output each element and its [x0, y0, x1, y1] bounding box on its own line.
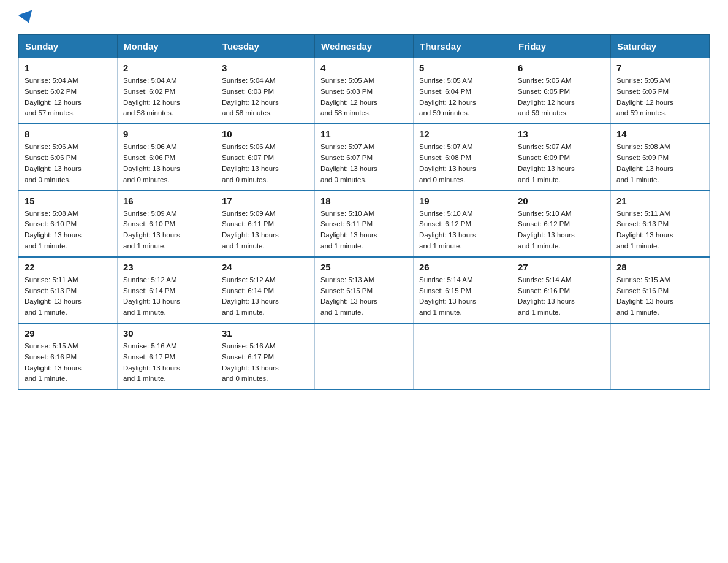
day-number: 24 [222, 262, 309, 272]
calendar-cell: 19Sunrise: 5:10 AMSunset: 6:12 PMDayligh… [414, 191, 512, 257]
day-info: Sunrise: 5:04 AMSunset: 6:03 PMDaylight:… [222, 75, 309, 119]
calendar-cell [414, 323, 512, 389]
day-number: 16 [123, 196, 210, 206]
calendar-cell: 12Sunrise: 5:07 AMSunset: 6:08 PMDayligh… [414, 124, 512, 190]
day-info: Sunrise: 5:10 AMSunset: 6:11 PMDaylight:… [320, 209, 408, 252]
day-info: Sunrise: 5:05 AMSunset: 6:05 PMDaylight:… [616, 75, 703, 119]
day-info: Sunrise: 5:07 AMSunset: 6:07 PMDaylight:… [320, 142, 408, 185]
day-info: Sunrise: 5:08 AMSunset: 6:09 PMDaylight:… [616, 142, 703, 185]
calendar-cell: 24Sunrise: 5:12 AMSunset: 6:14 PMDayligh… [216, 257, 315, 323]
day-info: Sunrise: 5:05 AMSunset: 6:04 PMDaylight:… [419, 75, 506, 119]
day-info: Sunrise: 5:10 AMSunset: 6:12 PMDaylight:… [419, 209, 506, 252]
day-info: Sunrise: 5:07 AMSunset: 6:09 PMDaylight:… [518, 142, 605, 185]
day-number: 31 [222, 328, 309, 339]
day-number: 9 [123, 129, 210, 139]
day-number: 29 [25, 328, 112, 339]
calendar-cell: 23Sunrise: 5:12 AMSunset: 6:14 PMDayligh… [118, 257, 216, 323]
day-number: 13 [518, 129, 605, 139]
calendar-cell [315, 323, 414, 389]
calendar-week-row: 1Sunrise: 5:04 AMSunset: 6:02 PMDaylight… [19, 58, 710, 124]
calendar-header-row: SundayMondayTuesdayWednesdayThursdayFrid… [19, 35, 710, 58]
logo-triangle-icon [18, 10, 36, 25]
day-info: Sunrise: 5:04 AMSunset: 6:02 PMDaylight:… [25, 75, 112, 119]
day-number: 12 [419, 129, 506, 139]
header-tuesday: Tuesday [216, 35, 315, 58]
calendar-cell: 3Sunrise: 5:04 AMSunset: 6:03 PMDaylight… [216, 58, 315, 124]
calendar-cell [512, 323, 611, 389]
calendar-cell: 21Sunrise: 5:11 AMSunset: 6:13 PMDayligh… [611, 191, 710, 257]
calendar-cell: 7Sunrise: 5:05 AMSunset: 6:05 PMDaylight… [611, 58, 710, 124]
day-info: Sunrise: 5:05 AMSunset: 6:05 PMDaylight:… [518, 75, 605, 119]
day-info: Sunrise: 5:13 AMSunset: 6:15 PMDaylight:… [320, 275, 408, 318]
day-number: 8 [25, 129, 112, 139]
calendar-cell: 10Sunrise: 5:06 AMSunset: 6:07 PMDayligh… [216, 124, 315, 190]
calendar-week-row: 29Sunrise: 5:15 AMSunset: 6:16 PMDayligh… [19, 323, 710, 389]
page-header [18, 12, 710, 23]
day-number: 20 [518, 196, 605, 206]
calendar-cell: 5Sunrise: 5:05 AMSunset: 6:04 PMDaylight… [414, 58, 512, 124]
day-number: 2 [123, 63, 210, 73]
day-number: 3 [222, 63, 309, 73]
calendar-cell: 1Sunrise: 5:04 AMSunset: 6:02 PMDaylight… [19, 58, 118, 124]
day-info: Sunrise: 5:16 AMSunset: 6:17 PMDaylight:… [123, 341, 210, 385]
day-number: 14 [616, 129, 703, 139]
calendar-cell: 22Sunrise: 5:11 AMSunset: 6:13 PMDayligh… [19, 257, 118, 323]
day-info: Sunrise: 5:14 AMSunset: 6:16 PMDaylight:… [518, 275, 605, 318]
calendar-cell: 2Sunrise: 5:04 AMSunset: 6:02 PMDaylight… [118, 58, 216, 124]
calendar-cell: 28Sunrise: 5:15 AMSunset: 6:16 PMDayligh… [611, 257, 710, 323]
header-sunday: Sunday [19, 35, 118, 58]
day-info: Sunrise: 5:08 AMSunset: 6:10 PMDaylight:… [25, 209, 112, 252]
calendar-cell: 17Sunrise: 5:09 AMSunset: 6:11 PMDayligh… [216, 191, 315, 257]
calendar-cell: 14Sunrise: 5:08 AMSunset: 6:09 PMDayligh… [611, 124, 710, 190]
calendar-cell: 18Sunrise: 5:10 AMSunset: 6:11 PMDayligh… [315, 191, 414, 257]
day-info: Sunrise: 5:07 AMSunset: 6:08 PMDaylight:… [419, 142, 506, 185]
calendar-week-row: 15Sunrise: 5:08 AMSunset: 6:10 PMDayligh… [19, 191, 710, 257]
day-number: 10 [222, 129, 309, 139]
day-info: Sunrise: 5:14 AMSunset: 6:15 PMDaylight:… [419, 275, 506, 318]
day-info: Sunrise: 5:06 AMSunset: 6:06 PMDaylight:… [123, 142, 210, 185]
day-info: Sunrise: 5:12 AMSunset: 6:14 PMDaylight:… [123, 275, 210, 318]
day-number: 26 [419, 262, 506, 272]
day-number: 19 [419, 196, 506, 206]
day-info: Sunrise: 5:04 AMSunset: 6:02 PMDaylight:… [123, 75, 210, 119]
calendar-cell: 27Sunrise: 5:14 AMSunset: 6:16 PMDayligh… [512, 257, 611, 323]
calendar-cell: 16Sunrise: 5:09 AMSunset: 6:10 PMDayligh… [118, 191, 216, 257]
calendar-cell: 31Sunrise: 5:16 AMSunset: 6:17 PMDayligh… [216, 323, 315, 389]
logo [18, 12, 34, 23]
day-number: 15 [25, 196, 112, 206]
day-info: Sunrise: 5:06 AMSunset: 6:07 PMDaylight:… [222, 142, 309, 185]
day-number: 30 [123, 328, 210, 339]
day-number: 17 [222, 196, 309, 206]
day-number: 5 [419, 63, 506, 73]
day-info: Sunrise: 5:10 AMSunset: 6:12 PMDaylight:… [518, 209, 605, 252]
calendar-week-row: 22Sunrise: 5:11 AMSunset: 6:13 PMDayligh… [19, 257, 710, 323]
calendar-cell: 4Sunrise: 5:05 AMSunset: 6:03 PMDaylight… [315, 58, 414, 124]
day-number: 18 [320, 196, 408, 206]
day-number: 1 [25, 63, 112, 73]
day-number: 6 [518, 63, 605, 73]
day-number: 11 [320, 129, 408, 139]
calendar-cell: 8Sunrise: 5:06 AMSunset: 6:06 PMDaylight… [19, 124, 118, 190]
calendar-cell: 25Sunrise: 5:13 AMSunset: 6:15 PMDayligh… [315, 257, 414, 323]
day-info: Sunrise: 5:11 AMSunset: 6:13 PMDaylight:… [25, 275, 112, 318]
day-info: Sunrise: 5:11 AMSunset: 6:13 PMDaylight:… [616, 209, 703, 252]
day-number: 27 [518, 262, 605, 272]
day-info: Sunrise: 5:16 AMSunset: 6:17 PMDaylight:… [222, 341, 309, 385]
day-info: Sunrise: 5:06 AMSunset: 6:06 PMDaylight:… [25, 142, 112, 185]
day-info: Sunrise: 5:15 AMSunset: 6:16 PMDaylight:… [616, 275, 703, 318]
day-info: Sunrise: 5:09 AMSunset: 6:10 PMDaylight:… [123, 209, 210, 252]
header-saturday: Saturday [611, 35, 710, 58]
day-number: 25 [320, 262, 408, 272]
day-info: Sunrise: 5:09 AMSunset: 6:11 PMDaylight:… [222, 209, 309, 252]
calendar-cell: 13Sunrise: 5:07 AMSunset: 6:09 PMDayligh… [512, 124, 611, 190]
header-friday: Friday [512, 35, 611, 58]
calendar-cell: 6Sunrise: 5:05 AMSunset: 6:05 PMDaylight… [512, 58, 611, 124]
calendar-table: SundayMondayTuesdayWednesdayThursdayFrid… [18, 34, 710, 390]
calendar-cell: 11Sunrise: 5:07 AMSunset: 6:07 PMDayligh… [315, 124, 414, 190]
calendar-cell: 15Sunrise: 5:08 AMSunset: 6:10 PMDayligh… [19, 191, 118, 257]
calendar-cell: 29Sunrise: 5:15 AMSunset: 6:16 PMDayligh… [19, 323, 118, 389]
calendar-cell [611, 323, 710, 389]
day-info: Sunrise: 5:15 AMSunset: 6:16 PMDaylight:… [25, 341, 112, 385]
day-number: 23 [123, 262, 210, 272]
header-thursday: Thursday [414, 35, 512, 58]
